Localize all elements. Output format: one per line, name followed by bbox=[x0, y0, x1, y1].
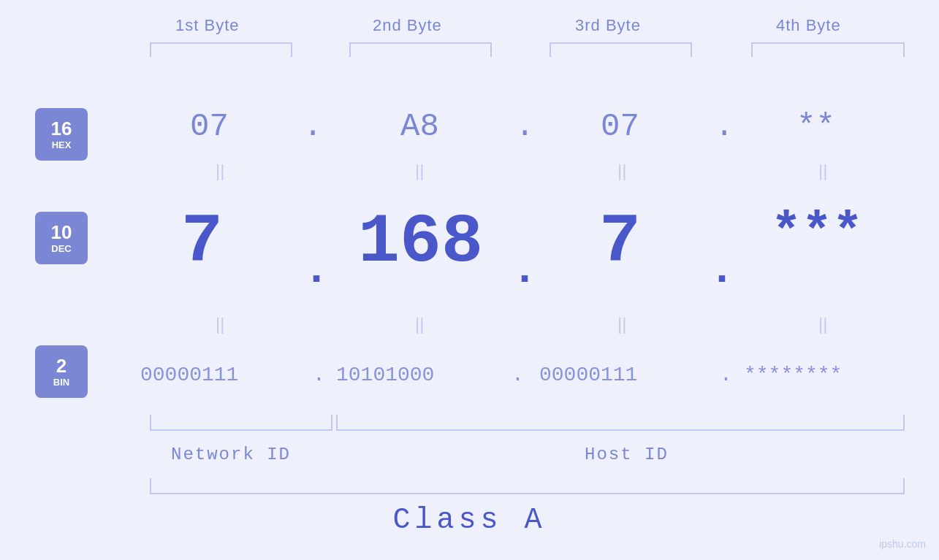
dec-byte3: 7 bbox=[599, 208, 641, 277]
class-label: Class A bbox=[392, 504, 546, 537]
top-bracket-1 bbox=[150, 42, 292, 57]
eq2-byte1: || bbox=[216, 314, 224, 334]
hex-byte4: ** bbox=[797, 108, 835, 145]
hex-dot1: . bbox=[303, 108, 322, 145]
eq1-byte4: || bbox=[818, 161, 827, 181]
hex-dot3: . bbox=[715, 108, 734, 145]
hex-byte1: 07 bbox=[190, 108, 229, 145]
bin-dot2: . bbox=[512, 364, 524, 386]
eq2-byte4: || bbox=[818, 314, 827, 334]
byte3-header: 3rd Byte bbox=[575, 16, 641, 35]
eq1-byte1: || bbox=[216, 161, 224, 181]
bottom-bracket-host bbox=[336, 415, 905, 431]
hex-badge-label: HEX bbox=[52, 139, 72, 150]
eq1-byte3: || bbox=[617, 161, 626, 181]
dec-byte4: *** bbox=[771, 208, 863, 259]
dec-byte1: 7 bbox=[181, 208, 223, 277]
top-bracket-3 bbox=[550, 42, 692, 57]
eq2-byte2: || bbox=[415, 314, 424, 334]
hex-badge: 16 HEX bbox=[35, 108, 88, 161]
bottom-bracket-network bbox=[150, 415, 332, 431]
dec-badge: 10 DEC bbox=[35, 212, 88, 264]
byte2-header: 2nd Byte bbox=[373, 16, 442, 35]
bin-dot3: . bbox=[720, 364, 732, 386]
bottom-bracket-full bbox=[150, 478, 905, 494]
bin-badge-number: 2 bbox=[56, 356, 66, 375]
dec-dot1: . bbox=[303, 248, 330, 292]
dec-badge-number: 10 bbox=[51, 223, 72, 242]
hex-byte3: 07 bbox=[601, 108, 639, 145]
bin-byte3: 00000111 bbox=[539, 364, 637, 386]
bin-dot1: . bbox=[313, 364, 325, 386]
bin-byte4: ******** bbox=[744, 364, 842, 386]
bin-byte2: 10101000 bbox=[336, 364, 434, 386]
hex-dot2: . bbox=[515, 108, 534, 145]
main-layout: 1st Byte 2nd Byte 3rd Byte 4th Byte 16 H… bbox=[0, 0, 939, 560]
top-bracket-2 bbox=[349, 42, 492, 57]
hex-byte2: A8 bbox=[400, 108, 439, 145]
dec-dot2: . bbox=[512, 248, 538, 292]
dec-badge-label: DEC bbox=[51, 243, 71, 254]
top-bracket-4 bbox=[751, 42, 905, 57]
byte4-header: 4th Byte bbox=[776, 16, 841, 35]
bin-byte1: 00000111 bbox=[140, 364, 238, 386]
host-id-label: Host ID bbox=[585, 445, 669, 464]
eq1-byte2: || bbox=[415, 161, 424, 181]
byte1-header: 1st Byte bbox=[175, 16, 239, 35]
watermark: ipshu.com bbox=[879, 538, 926, 550]
network-id-label: Network ID bbox=[171, 445, 291, 464]
eq2-byte3: || bbox=[617, 314, 626, 334]
dec-dot3: . bbox=[709, 248, 735, 292]
hex-badge-number: 16 bbox=[51, 119, 72, 138]
bin-badge-label: BIN bbox=[53, 377, 69, 388]
dec-byte2: 168 bbox=[358, 208, 483, 277]
bin-badge: 2 BIN bbox=[35, 345, 88, 398]
